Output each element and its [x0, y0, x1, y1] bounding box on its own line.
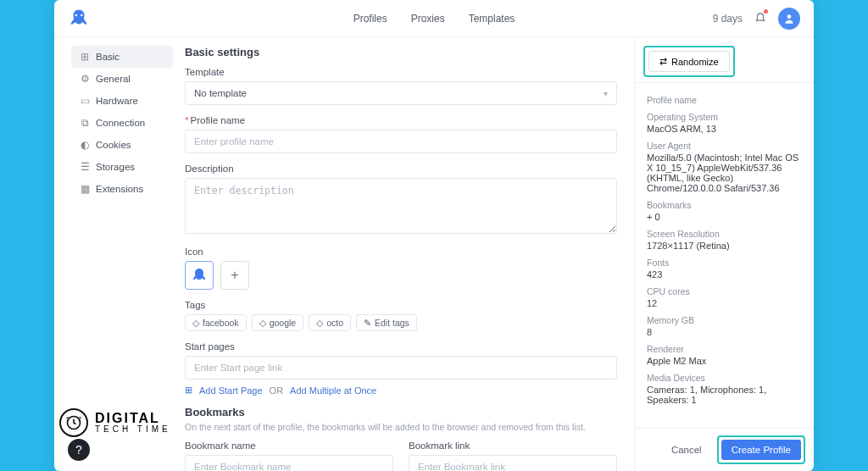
sidebar-item-general[interactable]: ⚙ General: [71, 68, 173, 90]
summary-scroll[interactable]: Profile name Operating System MacOS ARM,…: [635, 83, 814, 428]
or-text: OR: [270, 385, 284, 396]
help-button[interactable]: ?: [68, 439, 90, 461]
profile-name-input[interactable]: [185, 130, 617, 153]
sidebar-item-connection[interactable]: ⧉ Connection: [71, 112, 173, 134]
bookmark-link-label: Bookmark link: [409, 441, 617, 451]
meta-bookmarks-label: Bookmarks: [647, 200, 802, 210]
tag-item[interactable]: ◇octo: [309, 314, 351, 331]
form-column: Basic settings Template No template ▾ *P…: [173, 46, 634, 471]
watermark: DIGITAL TECH TIME: [59, 408, 171, 437]
meta-renderer-label: Renderer: [647, 344, 802, 354]
content: ⊞ Basic ⚙ General ▭ Hardware ⧉ Connectio…: [54, 37, 634, 471]
description-textarea[interactable]: [185, 178, 617, 234]
sidebar-item-label: Cookies: [96, 140, 131, 150]
meta-media-value: Cameras: 1, Microphones: 1, Speakers: 1: [647, 385, 802, 405]
plus-square-icon: ⊞: [185, 385, 192, 396]
bookmarks-title: Bookmarks: [185, 406, 617, 418]
sidebar-item-hardware[interactable]: ▭ Hardware: [71, 90, 173, 112]
meta-res-label: Screen Resolution: [647, 229, 802, 239]
add-start-page-link[interactable]: Add Start Page: [199, 385, 263, 396]
basic-icon: ⊞: [80, 52, 90, 62]
tag-item[interactable]: ◇google: [252, 314, 304, 331]
meta-profile-name-label: Profile name: [647, 95, 802, 105]
tag-icon: ◇: [316, 318, 323, 328]
nav-proxies[interactable]: Proxies: [411, 13, 445, 25]
tag-icon: ◇: [259, 318, 266, 328]
start-pages-label: Start pages: [185, 341, 617, 352]
gear-icon: ⚙: [80, 74, 90, 84]
meta-res-value: 1728×1117 (Retina): [647, 241, 802, 251]
start-page-input[interactable]: [185, 356, 617, 380]
app-logo: [68, 8, 90, 30]
meta-fonts-value: 423: [647, 269, 802, 280]
meta-ua-value: Mozilla/5.0 (Macintosh; Intel Mac OS X 1…: [647, 152, 802, 193]
watermark-line2: TECH TIME: [95, 425, 171, 434]
panel-footer: Cancel Create Profile: [635, 428, 814, 471]
main-area: ⊞ Basic ⚙ General ▭ Hardware ⧉ Connectio…: [54, 37, 814, 471]
edit-tags-button[interactable]: ✎Edit tags: [356, 314, 417, 331]
description-label: Description: [185, 163, 617, 174]
puzzle-icon: ▦: [80, 184, 90, 194]
meta-cpu-value: 12: [647, 298, 802, 308]
meta-mem-label: Memory GB: [647, 315, 802, 325]
meta-os-value: MacOS ARM, 13: [647, 124, 802, 134]
sidebar-item-storages[interactable]: ☰ Storages: [71, 156, 173, 178]
sidebar-item-label: Connection: [96, 118, 145, 128]
section-title: Basic settings: [185, 46, 617, 58]
nav-templates[interactable]: Templates: [469, 13, 515, 25]
header: Profiles Proxies Templates 9 days: [54, 0, 814, 37]
meta-mem-value: 8: [647, 327, 802, 337]
bookmark-link-input[interactable]: [409, 455, 617, 471]
database-icon: ☰: [80, 162, 90, 172]
meta-fonts-label: Fonts: [647, 258, 802, 268]
sidebar-item-extensions[interactable]: ▦ Extensions: [71, 178, 173, 200]
sidebar-item-label: Extensions: [96, 184, 143, 194]
add-icon-button[interactable]: +: [220, 261, 249, 290]
svg-point-2: [787, 14, 792, 19]
sidebar-item-label: Hardware: [96, 96, 138, 106]
icon-label: Icon: [185, 247, 617, 257]
app-window: Profiles Proxies Templates 9 days ⊞ Basi…: [54, 0, 814, 471]
svg-point-0: [75, 14, 77, 16]
watermark-line1: DIGITAL: [95, 412, 171, 425]
meta-bookmarks-value: + 0: [647, 212, 802, 222]
nav-profiles[interactable]: Profiles: [353, 13, 387, 25]
laptop-icon: ▭: [80, 96, 90, 106]
sidebar-item-label: Basic: [96, 52, 120, 62]
add-multiple-link[interactable]: Add Multiple at Once: [290, 385, 376, 396]
settings-sidebar: ⊞ Basic ⚙ General ▭ Hardware ⧉ Connectio…: [71, 46, 173, 471]
svg-point-1: [81, 14, 83, 16]
selected-icon[interactable]: [185, 261, 214, 290]
profile-name-label: *Profile name: [185, 115, 617, 125]
user-avatar[interactable]: [778, 8, 800, 30]
template-select[interactable]: No template ▾: [185, 81, 617, 105]
pencil-icon: ✎: [364, 318, 371, 328]
cancel-button[interactable]: Cancel: [663, 440, 710, 460]
summary-panel: ⇄ Randomize Profile name Operating Syste…: [634, 37, 814, 471]
tag-icon: ◇: [192, 318, 199, 328]
bookmark-name-label: Bookmark name: [185, 441, 393, 451]
meta-media-label: Media Devices: [647, 373, 802, 383]
template-label: Template: [185, 67, 617, 77]
watermark-clock-icon: [59, 408, 88, 437]
bookmark-name-input[interactable]: [185, 455, 393, 471]
header-right: 9 days: [713, 8, 800, 30]
notifications-icon[interactable]: [754, 11, 766, 25]
sidebar-item-label: Storages: [96, 162, 135, 172]
create-profile-button[interactable]: Create Profile: [721, 440, 801, 460]
meta-os-label: Operating System: [647, 112, 802, 122]
trial-days: 9 days: [713, 13, 743, 25]
randomize-button[interactable]: ⇄ Randomize: [648, 51, 730, 72]
sidebar-item-label: General: [96, 74, 131, 84]
nav-tabs: Profiles Proxies Templates: [353, 13, 515, 25]
bookmarks-hint: On the next start of the profile, the bo…: [185, 422, 617, 432]
link-icon: ⧉: [80, 118, 90, 128]
shuffle-icon: ⇄: [659, 56, 667, 67]
meta-ua-label: User Agent: [647, 141, 802, 151]
template-value: No template: [194, 88, 247, 98]
question-icon: ?: [75, 443, 82, 457]
tag-item[interactable]: ◇facebook: [185, 314, 247, 331]
sidebar-item-cookies[interactable]: ◐ Cookies: [71, 134, 173, 156]
cookie-icon: ◐: [80, 140, 90, 150]
sidebar-item-basic[interactable]: ⊞ Basic: [71, 46, 173, 68]
